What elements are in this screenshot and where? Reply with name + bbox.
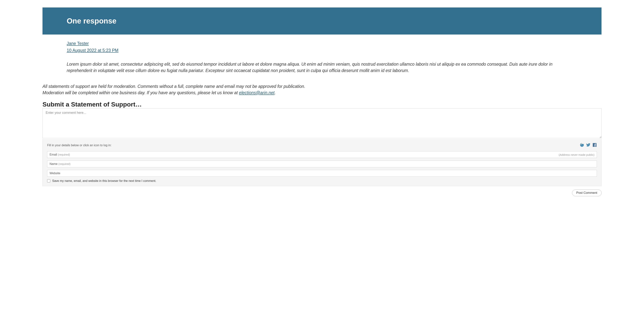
save-info-checkbox[interactable] [47,179,50,182]
email-field[interactable] [47,151,597,158]
email-field-wrap: Email (required) (Address never made pub… [47,151,597,158]
social-login-icons [580,143,597,148]
comment-timestamp-link[interactable]: 10 August 2022 at 5:23 PM [67,48,118,53]
twitter-icon[interactable] [586,143,590,148]
facebook-icon[interactable] [592,143,597,148]
responses-header: One response [42,8,602,35]
save-info-row[interactable]: Save my name, email, and website in this… [47,179,597,183]
comment-textarea[interactable] [42,108,602,138]
moderation-notice: All statements of support are held for m… [42,83,602,96]
moderation-line-2: Moderation will be completed within one … [42,90,602,96]
website-field-wrap: Website [47,170,597,177]
website-field[interactable] [47,170,597,177]
comment-author-link[interactable]: Jane Tester [67,41,89,46]
comment-form-details: Fill in your details below or click an i… [42,139,602,186]
submit-row: Post Comment [42,189,602,196]
save-info-label: Save my name, email, and website in this… [52,179,156,183]
details-instruction: Fill in your details below or click an i… [47,144,112,147]
responses-heading: One response [67,17,577,25]
moderation-email-link[interactable]: elections@arin.net [239,90,274,95]
reply-title: Submit a Statement of Support… [42,101,602,108]
wordpress-icon[interactable] [580,143,584,148]
comment-entry: Jane Tester 10 August 2022 at 5:23 PM Lo… [42,40,602,74]
comment-body: Lorem ipsum dolor sit amet, consectetur … [67,61,577,74]
comment-meta: Jane Tester 10 August 2022 at 5:23 PM [67,40,577,54]
name-field-wrap: Name (required) [47,161,597,167]
moderation-line-1: All statements of support are held for m… [42,83,602,90]
post-comment-button[interactable]: Post Comment [572,189,602,196]
name-field[interactable] [47,161,597,167]
